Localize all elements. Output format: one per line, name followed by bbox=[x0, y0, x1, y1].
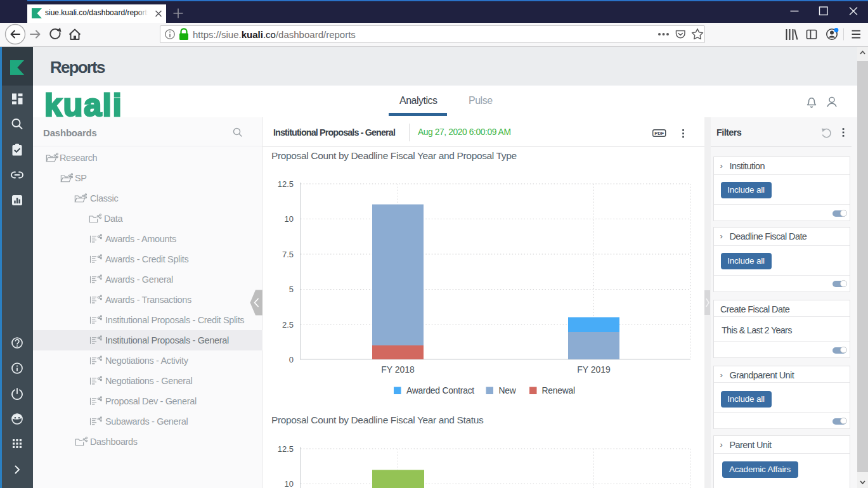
svg-text:FY 2019: FY 2019 bbox=[577, 364, 611, 375]
svg-text:12.5: 12.5 bbox=[278, 444, 294, 454]
svg-text:Awarded Contract: Awarded Contract bbox=[406, 386, 474, 395]
svg-text:12.5: 12.5 bbox=[278, 179, 294, 189]
svg-text:7.5: 7.5 bbox=[282, 250, 294, 259]
svg-text:kuali: kuali bbox=[44, 87, 122, 117]
svg-text:10: 10 bbox=[285, 479, 294, 488]
svg-text:10: 10 bbox=[285, 214, 294, 224]
svg-text:5: 5 bbox=[289, 285, 294, 294]
svg-text:FY 2018: FY 2018 bbox=[381, 364, 415, 375]
svg-text:PDF: PDF bbox=[654, 131, 664, 136]
svg-text:New: New bbox=[499, 386, 516, 395]
svg-text:Renewal: Renewal bbox=[542, 386, 575, 395]
svg-text:0: 0 bbox=[289, 355, 294, 364]
svg-text:2.5: 2.5 bbox=[282, 320, 294, 330]
